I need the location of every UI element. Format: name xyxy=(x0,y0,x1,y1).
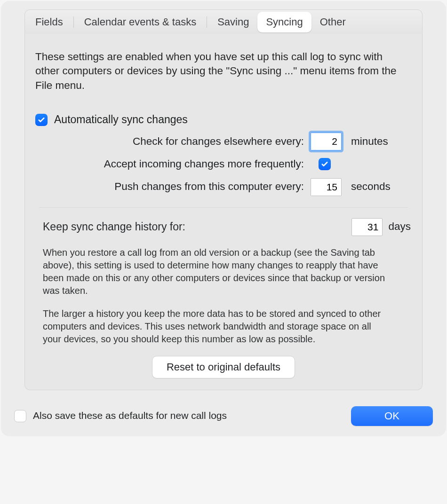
help-paragraph-1: When you restore a call log from an old … xyxy=(43,246,389,297)
tab-other[interactable]: Other xyxy=(311,12,354,32)
reset-defaults-button[interactable]: Reset to original defaults xyxy=(152,356,295,378)
push-every-input[interactable] xyxy=(311,178,342,196)
check-icon xyxy=(37,116,46,124)
divider xyxy=(39,207,408,208)
help-text: When you restore a call log from an old … xyxy=(35,239,393,346)
intro-text: These settings are enabled when you have… xyxy=(35,50,402,93)
accept-more-label: Accept incoming changes more frequently: xyxy=(35,157,311,171)
push-every-label: Push changes from this computer every: xyxy=(35,180,311,194)
ok-button[interactable]: OK xyxy=(351,406,433,426)
tab-fields[interactable]: Fields xyxy=(27,12,72,32)
auto-sync-row: Automatically sync changes xyxy=(35,112,412,127)
settings-window: Fields Calendar events & tasks Saving Sy… xyxy=(1,1,446,436)
history-label: Keep sync change history for: xyxy=(43,220,185,234)
check-every-unit: minutes xyxy=(345,134,412,149)
dialog-footer: Also save these as defaults for new call… xyxy=(10,402,437,426)
also-default-checkbox[interactable] xyxy=(14,410,26,422)
auto-sync-checkbox[interactable] xyxy=(35,114,48,126)
auto-sync-label: Automatically sync changes xyxy=(54,112,188,127)
push-every-unit: seconds xyxy=(345,180,412,194)
history-input[interactable] xyxy=(351,218,383,236)
accept-more-checkbox[interactable] xyxy=(319,158,331,170)
history-row: Keep sync change history for: days xyxy=(35,216,412,239)
history-unit: days xyxy=(383,220,411,234)
tab-calendar[interactable]: Calendar events & tasks xyxy=(76,12,205,32)
tab-bar: Fields Calendar events & tasks Saving Sy… xyxy=(24,9,423,34)
sync-options-grid: Check for changes elsewhere every: minut… xyxy=(35,133,412,196)
check-every-input[interactable] xyxy=(311,133,342,150)
help-paragraph-2: The larger a history you keep the more d… xyxy=(43,307,389,346)
tab-separator xyxy=(207,16,207,28)
tab-separator xyxy=(73,16,74,28)
check-every-label: Check for changes elsewhere every: xyxy=(35,134,311,149)
syncing-panel: These settings are enabled when you have… xyxy=(24,29,423,390)
check-icon xyxy=(320,160,329,168)
tab-saving[interactable]: Saving xyxy=(209,12,257,32)
also-default-label: Also save these as defaults for new call… xyxy=(33,409,227,422)
tab-syncing[interactable]: Syncing xyxy=(257,12,311,32)
